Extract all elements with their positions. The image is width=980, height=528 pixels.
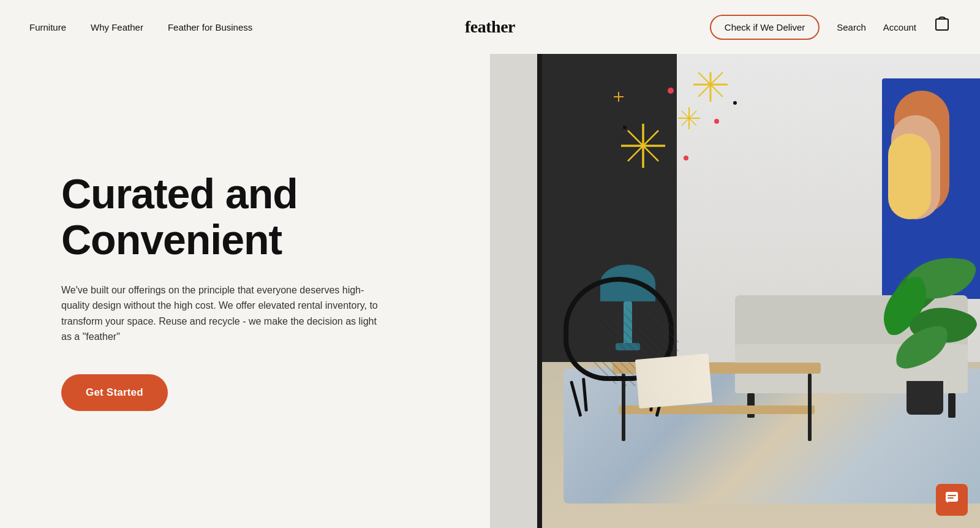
chair-leg-3: [582, 378, 588, 412]
nav-search[interactable]: Search: [837, 22, 866, 32]
hero-image-panel: [490, 54, 980, 528]
art-shape-yellow: [888, 134, 931, 219]
main-content: Curated and Convenient We've built our o…: [0, 54, 980, 528]
navbar: Furniture Why Feather Feather for Busine…: [0, 0, 980, 54]
table-leg-right: [808, 374, 812, 441]
svg-rect-21: [948, 495, 956, 496]
hero-title: Curated and Convenient: [61, 171, 441, 263]
plant-pot: [907, 381, 943, 415]
chair-leg-1: [570, 380, 582, 417]
nav-left: Furniture Why Feather Feather for Busine…: [29, 22, 252, 32]
svg-rect-20: [946, 492, 958, 502]
cart-icon[interactable]: [933, 17, 951, 37]
site-logo[interactable]: feather: [465, 17, 515, 37]
svg-rect-22: [948, 497, 954, 499]
chat-icon: [944, 491, 959, 509]
check-delivery-button[interactable]: Check if We Deliver: [710, 15, 820, 40]
table-magazine: [635, 353, 713, 409]
svg-rect-0: [936, 19, 948, 30]
nav-right: Check if We Deliver Search Account: [710, 15, 951, 40]
nav-business[interactable]: Feather for Business: [168, 22, 252, 32]
hero-description: We've built our offerings on the princip…: [61, 282, 380, 345]
nav-why-feather[interactable]: Why Feather: [91, 22, 143, 32]
chat-button[interactable]: [936, 484, 968, 516]
room-column: [490, 54, 539, 528]
monstera-plant: [870, 255, 980, 415]
nav-furniture[interactable]: Furniture: [29, 22, 66, 32]
get-started-button[interactable]: Get Started: [61, 374, 168, 411]
room-column-edge: [537, 54, 542, 528]
nav-account[interactable]: Account: [883, 22, 916, 32]
hero-left-panel: Curated and Convenient We've built our o…: [0, 54, 490, 528]
